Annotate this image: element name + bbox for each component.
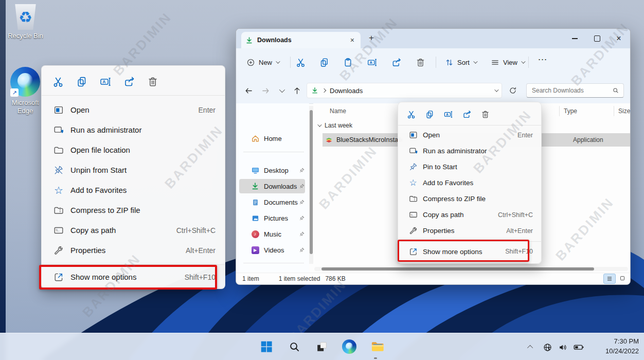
new-button[interactable]: New [242,54,283,70]
sidebar-item-label: Documents [264,199,298,206]
desktop-icon-microsoft-edge[interactable]: ↗ Microsoft Edge [4,67,46,116]
rename-icon[interactable]: A [99,76,112,88]
menu-item-open[interactable]: Open Enter [47,100,220,120]
file-explorer-taskbar-button[interactable] [368,337,387,356]
vertical-scrollbar[interactable] [309,106,313,264]
start-button[interactable] [257,337,276,356]
tray-chevron-up[interactable] [525,341,537,353]
group-collapse-chevron[interactable] [317,122,321,127]
edge-taskbar-button[interactable] [340,337,359,356]
up-button[interactable] [290,83,304,98]
address-dropdown-chevron[interactable] [494,87,498,92]
cut-icon[interactable] [293,55,308,70]
column-header-size[interactable]: Size [618,107,630,115]
recycle-bin-icon: ♻ [14,4,38,30]
details-view-toggle[interactable] [603,274,616,284]
menu-item-properties[interactable]: Properties Alt+Enter [403,223,536,239]
menu-item-copy-as-path[interactable]: \\.. Copy as path Ctrl+Shift+C [403,207,536,223]
more-commands-button[interactable]: … [533,51,552,63]
menu-item-add-to-favorites[interactable]: ☆ Add to Favorites [47,180,220,200]
breadcrumb-bar[interactable]: Downloads [307,83,502,98]
menu-item-pin-to-start[interactable]: Pin to Start [403,159,536,175]
folder-icon [47,145,70,156]
delete-icon[interactable] [147,76,159,88]
maximize-button[interactable] [587,31,607,46]
sort-icon [445,58,454,67]
refresh-button[interactable] [506,83,520,98]
search-button[interactable] [285,337,303,356]
cut-icon[interactable] [406,110,416,119]
sidebar-item-videos[interactable]: ▶ Videos [239,243,305,257]
forward-button[interactable] [258,83,273,98]
sidebar-item-downloads[interactable]: Downloads [239,179,305,193]
group-header-last-week[interactable]: Last week [317,122,352,129]
cut-icon[interactable] [52,76,64,88]
menu-item-open-file-location[interactable]: Open file location [47,140,220,160]
copy-icon[interactable] [316,55,332,70]
paste-icon[interactable] [340,55,355,70]
rename-icon[interactable]: A [364,55,380,70]
share-icon[interactable] [123,76,135,88]
taskbar-clock[interactable]: 7:30 PM 10/24/2022 [605,337,639,356]
delete-icon[interactable] [480,110,490,119]
sort-button[interactable]: Sort [441,54,480,70]
scrollbar-thumb[interactable] [310,110,313,254]
close-button[interactable]: × [609,31,629,46]
column-separator[interactable] [559,106,560,116]
rename-icon[interactable]: A [443,110,453,119]
scrollbar-thumb[interactable] [321,267,594,271]
column-separator[interactable] [614,106,614,116]
battery-icon[interactable] [572,341,585,353]
search-icon [289,341,300,353]
search-box[interactable] [526,83,624,98]
sidebar-item-desktop[interactable]: Desktop [239,163,305,177]
sidebar-item-pictures[interactable]: Pictures [239,211,305,225]
task-view-button[interactable] [312,337,331,356]
command-toolbar: New A Sort [236,48,630,77]
share-icon[interactable] [388,55,404,70]
network-globe-icon[interactable] [541,341,553,353]
menu-item-unpin-from-start[interactable]: Unpin from Start [47,160,220,180]
active-app-indicator [374,357,377,359]
downloads-icon [251,182,260,191]
menu-item-compress-to-zip[interactable]: Compress to ZIP file [403,191,536,207]
sidebar-item-music[interactable]: ♪ Music [239,227,305,241]
large-icons-view-toggle[interactable] [617,274,628,283]
sidebar-item-home[interactable]: Home [239,131,305,146]
context-menu-command-bar: A [402,105,490,123]
menu-item-label: Add to Favorites [70,186,216,194]
desktop-icon-recycle-bin[interactable]: ♻ Recycle Bin [6,4,45,40]
sidebar-item-documents[interactable]: Documents [239,195,305,209]
minimize-button[interactable] [564,31,585,46]
menu-item-copy-as-path[interactable]: \\.. Copy as path Ctrl+Shift+C [47,220,220,240]
share-icon[interactable] [462,110,472,119]
back-button[interactable] [241,83,256,98]
tab-close-icon[interactable]: × [348,36,356,44]
menu-item-properties[interactable]: Properties Alt+Enter [47,240,220,260]
copy-icon[interactable] [76,76,88,88]
menu-item-run-as-administrator[interactable]: Run as administrator [403,143,536,159]
volume-icon[interactable] [557,341,569,353]
menu-item-run-as-administrator[interactable]: Run as administrator [47,120,220,140]
column-header-type[interactable]: Type [564,107,577,115]
menu-item-shortcut: Shift+F10 [185,273,216,281]
copy-icon[interactable] [425,110,435,119]
menu-item-show-more-options[interactable]: Show more options Shift+F10 [403,243,536,260]
menu-item-show-more-options[interactable]: Show more options Shift+F10 [47,267,220,287]
menu-item-label: Pin to Start [423,163,533,171]
search-input[interactable] [531,86,605,95]
menu-item-open[interactable]: Open Enter [403,127,536,143]
view-button[interactable]: View [487,54,528,70]
desktop-icon-label: Microsoft Edge [4,99,46,116]
delete-icon[interactable] [413,55,428,70]
tab-downloads[interactable]: Downloads × [241,32,361,48]
downloads-icon [245,37,253,44]
menu-item-compress-to-zip[interactable]: Compress to ZIP file [47,200,220,220]
pin-icon [299,167,305,173]
breadcrumb-item[interactable]: Downloads [330,87,363,95]
column-header-name[interactable]: Name [330,107,346,115]
menu-item-add-to-favorites[interactable]: ☆ Add to Favorites [403,175,536,191]
recent-locations-chevron[interactable] [274,83,289,98]
horizontal-scrollbar[interactable] [314,267,628,271]
new-tab-button[interactable]: + [369,33,374,43]
